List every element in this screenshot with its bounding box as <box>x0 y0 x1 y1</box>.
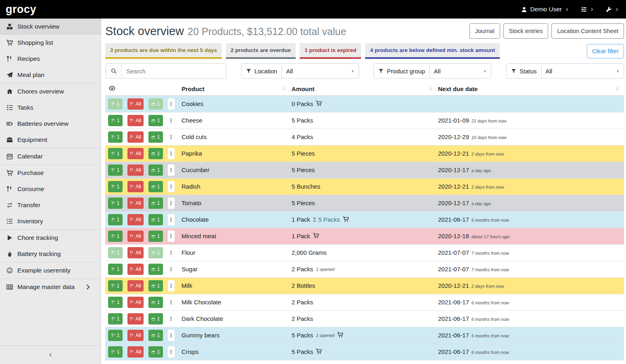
consume-one-button[interactable]: 1 <box>108 181 123 192</box>
consume-all-button[interactable]: All <box>127 164 144 176</box>
consume-all-button[interactable]: All <box>127 148 144 159</box>
consume-all-button[interactable]: All <box>127 346 144 358</box>
shopping-cart-icon[interactable] <box>313 233 319 240</box>
open-one-button[interactable]: 1 <box>148 231 163 242</box>
consume-one-button[interactable]: 1 <box>108 214 123 225</box>
sidebar-item-manage-master-data[interactable]: Manage master data <box>0 279 101 295</box>
sidebar-item-calendar[interactable]: Calendar <box>0 148 101 164</box>
journal-button[interactable]: Journal <box>470 23 500 39</box>
row-menu-button[interactable] <box>168 148 175 159</box>
sidebar-item-chore-tracking[interactable]: Chore tracking <box>0 230 101 246</box>
open-one-button[interactable]: 1 <box>148 247 163 258</box>
consume-one-button[interactable]: 1 <box>108 198 123 209</box>
consume-all-button[interactable]: All <box>127 98 144 110</box>
column-header-product[interactable]: Product <box>181 82 291 96</box>
shopping-cart-icon[interactable] <box>316 100 322 108</box>
shopping-cart-icon[interactable] <box>337 332 343 339</box>
consume-one-button[interactable]: 1 <box>108 131 123 143</box>
sidebar-item-stock-overview[interactable]: Stock overview <box>0 19 101 35</box>
consume-all-button[interactable]: All <box>127 247 144 258</box>
open-one-button[interactable]: 1 <box>148 330 163 341</box>
column-header-amount[interactable]: Amount <box>291 82 437 96</box>
sidebar-item-tasks[interactable]: Tasks <box>0 100 101 116</box>
open-one-button[interactable]: 1 <box>148 297 163 308</box>
shopping-cart-icon[interactable] <box>343 216 349 223</box>
open-one-button[interactable]: 1 <box>148 98 163 110</box>
status-select[interactable]: All <box>542 64 624 78</box>
consume-all-button[interactable]: All <box>127 131 144 143</box>
open-one-button[interactable]: 1 <box>148 164 163 176</box>
row-menu-button[interactable] <box>168 231 175 242</box>
row-menu-button[interactable] <box>168 214 175 225</box>
consume-one-button[interactable]: 1 <box>108 115 123 126</box>
row-menu-button[interactable] <box>168 264 175 275</box>
consume-one-button[interactable]: 1 <box>108 297 123 308</box>
consume-one-button[interactable]: 1 <box>108 164 123 176</box>
open-one-button[interactable]: 1 <box>148 346 163 358</box>
sidebar-item-inventory[interactable]: Inventory <box>0 213 101 229</box>
open-one-button[interactable]: 1 <box>148 148 163 159</box>
status-filter-banner[interactable]: 1 product is expired <box>300 43 361 59</box>
row-menu-button[interactable] <box>168 115 175 126</box>
open-one-button[interactable]: 1 <box>148 198 163 209</box>
status-filter-banner[interactable]: 3 products are due within the next 5 day… <box>105 43 222 59</box>
product-group-select[interactable]: All <box>430 64 491 78</box>
consume-one-button[interactable]: 1 <box>108 264 123 275</box>
sidebar-item-battery-tracking[interactable]: Battery tracking <box>0 246 101 262</box>
sidebar-item-shopping-list[interactable]: Shopping list <box>0 35 101 51</box>
app-logo[interactable]: grocy <box>6 3 36 16</box>
user-menu[interactable]: Demo User <box>521 6 569 13</box>
status-filter-banner[interactable]: 4 products are below defined min. stock … <box>365 43 500 59</box>
sidebar-item-chores-overview[interactable]: Chores overview <box>0 83 101 100</box>
row-menu-button[interactable] <box>168 98 175 110</box>
row-menu-button[interactable] <box>168 247 175 258</box>
row-menu-button[interactable] <box>168 280 175 291</box>
sort-icon[interactable] <box>428 86 433 91</box>
open-one-button[interactable]: 1 <box>148 115 163 126</box>
row-menu-button[interactable] <box>168 313 175 324</box>
consume-all-button[interactable]: All <box>127 214 144 225</box>
stock-entries-button[interactable]: Stock entries <box>503 23 549 39</box>
location-select[interactable]: All <box>282 64 358 78</box>
consume-all-button[interactable]: All <box>127 181 144 192</box>
consume-one-button[interactable]: 1 <box>108 330 123 341</box>
sidebar-item-example-userentity[interactable]: Example userentity <box>0 262 101 279</box>
consume-one-button[interactable]: 1 <box>108 231 123 242</box>
row-menu-button[interactable] <box>168 330 175 341</box>
open-one-button[interactable]: 1 <box>148 313 163 324</box>
consume-all-button[interactable]: All <box>127 330 144 341</box>
location-content-sheet-button[interactable]: Location Content Sheet <box>551 23 624 39</box>
row-menu-button[interactable] <box>168 297 175 308</box>
sidebar-item-purchase[interactable]: Purchase <box>0 165 101 181</box>
shopping-cart-icon[interactable] <box>316 348 322 356</box>
consume-one-button[interactable]: 1 <box>108 313 123 324</box>
column-header-next-due-date[interactable]: Next due date <box>437 82 624 96</box>
sidebar-collapse-button[interactable] <box>0 345 101 364</box>
consume-all-button[interactable]: All <box>127 297 144 308</box>
clear-filter-button[interactable]: Clear filter <box>587 44 624 58</box>
sidebar-item-recipes[interactable]: Recipes <box>0 51 101 67</box>
sidebar-item-equipment[interactable]: Equipment <box>0 132 101 148</box>
consume-all-button[interactable]: All <box>127 264 144 275</box>
open-one-button[interactable]: 1 <box>148 264 163 275</box>
row-menu-button[interactable] <box>168 346 175 358</box>
row-menu-button[interactable] <box>168 198 175 209</box>
sidebar-item-meal-plan[interactable]: Meal plan <box>0 67 101 83</box>
consume-one-button[interactable]: 1 <box>108 280 123 291</box>
row-menu-button[interactable] <box>168 164 175 176</box>
status-filter-banner[interactable]: 2 products are overdue <box>226 43 296 59</box>
open-one-button[interactable]: 1 <box>148 214 163 225</box>
sort-icon[interactable] <box>282 86 287 91</box>
sidebar-item-transfer[interactable]: Transfer <box>0 197 101 213</box>
open-one-button[interactable]: 1 <box>148 181 163 192</box>
settings-menu[interactable] <box>581 6 594 12</box>
consume-all-button[interactable]: All <box>127 115 144 126</box>
consume-all-button[interactable]: All <box>127 313 144 324</box>
consume-one-button[interactable]: 1 <box>108 148 123 159</box>
sidebar-item-consume[interactable]: Consume <box>0 181 101 197</box>
eye-icon[interactable] <box>109 85 115 92</box>
consume-one-button[interactable]: 1 <box>108 98 123 110</box>
row-menu-button[interactable] <box>168 181 175 192</box>
consume-all-button[interactable]: All <box>127 231 144 242</box>
row-menu-button[interactable] <box>168 131 175 143</box>
